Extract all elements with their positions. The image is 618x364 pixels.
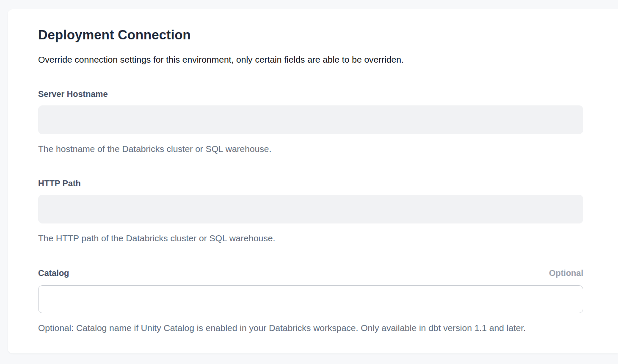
server-hostname-label: Server Hostname <box>38 88 108 99</box>
deployment-connection-content: Deployment Connection Override connectio… <box>38 27 583 334</box>
field-label-row: HTTP Path <box>38 178 583 189</box>
field-label-row: Catalog Optional <box>38 267 583 279</box>
field-server-hostname: Server Hostname The hostname of the Data… <box>38 88 583 154</box>
catalog-helper: Optional: Catalog name if Unity Catalog … <box>38 322 583 334</box>
catalog-input[interactable] <box>38 285 583 313</box>
field-http-path: HTTP Path The HTTP path of the Databrick… <box>38 178 583 244</box>
catalog-label: Catalog <box>38 267 69 279</box>
server-hostname-input <box>38 105 583 134</box>
field-catalog: Catalog Optional Optional: Catalog name … <box>38 267 583 334</box>
deployment-connection-card: Deployment Connection Override connectio… <box>8 9 618 353</box>
http-path-label: HTTP Path <box>38 178 81 189</box>
http-path-helper: The HTTP path of the Databricks cluster … <box>38 232 583 244</box>
field-label-row: Server Hostname <box>38 88 583 99</box>
optional-badge: Optional <box>549 268 583 278</box>
server-hostname-helper: The hostname of the Databricks cluster o… <box>38 143 583 154</box>
page-title: Deployment Connection <box>38 27 583 44</box>
http-path-input <box>38 195 583 223</box>
page-subtitle: Override connection settings for this en… <box>38 54 583 65</box>
